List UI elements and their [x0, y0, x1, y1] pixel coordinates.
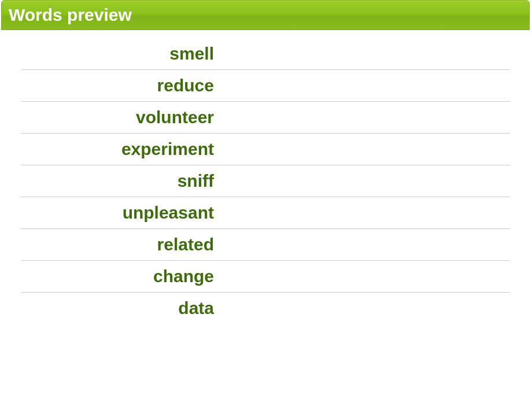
words-preview-panel: Words preview smell reduce volunteer exp… — [1, 0, 530, 324]
word-term: experiment — [21, 139, 223, 159]
word-row: reduce — [21, 70, 510, 102]
word-term: data — [21, 298, 223, 318]
word-definition — [223, 235, 510, 254]
word-term: reduce — [21, 76, 223, 95]
word-definition — [223, 76, 510, 95]
word-row: unpleasant — [21, 197, 510, 229]
word-term: change — [21, 267, 223, 286]
word-row: data — [21, 293, 510, 324]
word-definition — [223, 171, 510, 191]
word-definition — [223, 267, 510, 286]
word-term: sniff — [21, 171, 223, 191]
word-row: smell — [21, 38, 510, 70]
panel-title: Words preview — [1, 0, 530, 30]
word-definition — [223, 139, 510, 159]
word-definition — [223, 203, 510, 223]
word-term: smell — [21, 44, 223, 64]
word-term: related — [21, 235, 223, 254]
word-definition — [223, 44, 510, 64]
word-list: smell reduce volunteer experiment sniff … — [1, 30, 530, 324]
word-term: volunteer — [21, 108, 223, 127]
word-row: experiment — [21, 134, 510, 165]
word-definition — [223, 108, 510, 127]
word-row: change — [21, 261, 510, 293]
word-row: related — [21, 229, 510, 261]
word-term: unpleasant — [21, 203, 223, 223]
word-definition — [223, 298, 510, 318]
word-row: sniff — [21, 165, 510, 197]
word-row: volunteer — [21, 102, 510, 134]
